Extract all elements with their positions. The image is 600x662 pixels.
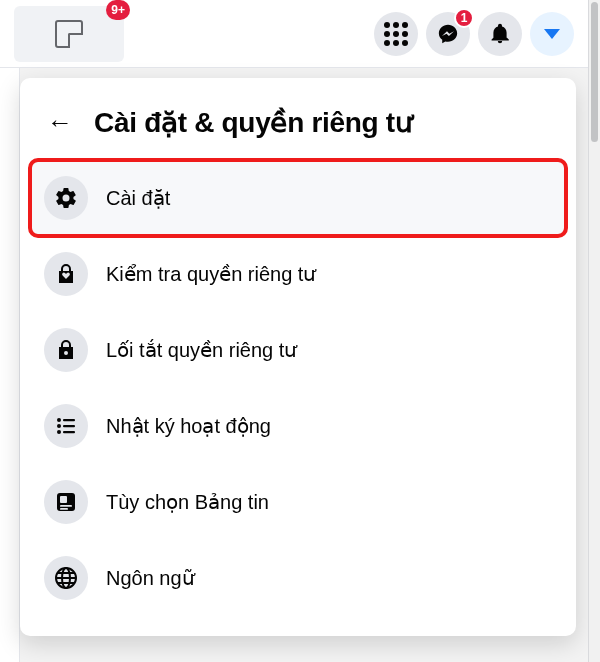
gaming-tab-button[interactable]: 9+ [14, 6, 124, 62]
menu-item-label: Kiểm tra quyền riêng tư [106, 262, 316, 286]
panel-header: ← Cài đặt & quyền riêng tư [30, 94, 566, 160]
svg-rect-7 [60, 496, 67, 503]
list-icon [44, 404, 88, 448]
left-column-sliver [0, 68, 20, 662]
svg-rect-3 [63, 419, 75, 421]
notifications-button[interactable] [478, 12, 522, 56]
menu-item-settings[interactable]: Cài đặt [30, 160, 566, 236]
gear-icon [44, 176, 88, 220]
messenger-notification-badge: 1 [454, 8, 474, 28]
top-nav-right: 1 [374, 12, 574, 56]
menu-item-label: Lối tắt quyền riêng tư [106, 338, 297, 362]
menu-item-news-feed-preferences[interactable]: Tùy chọn Bảng tin [30, 464, 566, 540]
menu-grid-icon [384, 22, 408, 46]
svg-rect-8 [60, 505, 72, 507]
gaming-icon [55, 20, 83, 48]
top-nav-left: 9+ [14, 6, 124, 62]
caret-down-icon [544, 29, 560, 39]
feed-icon [44, 480, 88, 524]
svg-rect-4 [63, 425, 75, 427]
settings-menu: Cài đặt Kiểm tra quyền riêng tư Lối tắt … [30, 160, 566, 616]
globe-icon [44, 556, 88, 600]
menu-item-language[interactable]: Ngôn ngữ [30, 540, 566, 616]
panel-title: Cài đặt & quyền riêng tư [94, 106, 413, 139]
arrow-left-icon: ← [47, 109, 73, 135]
svg-point-0 [57, 418, 61, 422]
scrollbar-thumb[interactable] [591, 2, 598, 142]
menu-item-label: Cài đặt [106, 186, 170, 210]
svg-point-1 [57, 424, 61, 428]
account-menu-button[interactable] [530, 12, 574, 56]
svg-point-2 [57, 430, 61, 434]
menu-item-privacy-checkup[interactable]: Kiểm tra quyền riêng tư [30, 236, 566, 312]
svg-rect-9 [60, 508, 68, 510]
back-button[interactable]: ← [42, 104, 78, 140]
menu-item-label: Nhật ký hoạt động [106, 414, 271, 438]
bell-icon [489, 23, 511, 45]
menu-item-activity-log[interactable]: Nhật ký hoạt động [30, 388, 566, 464]
lock-icon [44, 328, 88, 372]
svg-rect-5 [63, 431, 75, 433]
menu-button[interactable] [374, 12, 418, 56]
menu-item-privacy-shortcuts[interactable]: Lối tắt quyền riêng tư [30, 312, 566, 388]
vertical-scrollbar[interactable] [588, 0, 600, 662]
settings-privacy-panel: ← Cài đặt & quyền riêng tư Cài đặt Kiểm … [20, 78, 576, 636]
lock-heart-icon [44, 252, 88, 296]
top-nav-bar: 9+ 1 [0, 0, 588, 68]
menu-item-label: Tùy chọn Bảng tin [106, 490, 269, 514]
messenger-button[interactable]: 1 [426, 12, 470, 56]
menu-item-label: Ngôn ngữ [106, 566, 195, 590]
messenger-icon [437, 23, 459, 45]
gaming-notification-badge: 9+ [106, 0, 130, 20]
